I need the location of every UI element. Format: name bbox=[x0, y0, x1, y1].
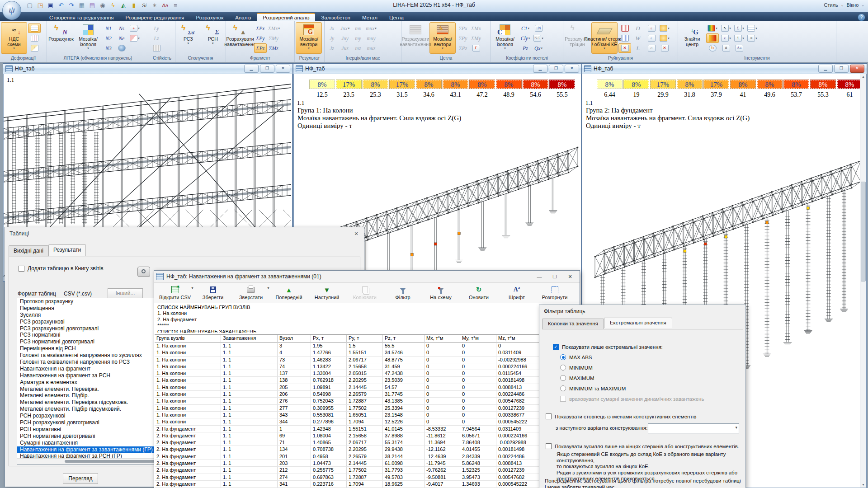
grid-icon[interactable]: ▾ bbox=[746, 23, 759, 33]
pencil-icon[interactable]: / bbox=[28, 43, 41, 53]
help-button[interactable]: ? bbox=[858, 14, 865, 21]
table-row[interactable]: 2. На фундамент1. 11340.7087382.2029529.… bbox=[155, 446, 579, 453]
variant-dropdown[interactable] bbox=[648, 423, 739, 433]
model-3d-icon[interactable]: ◭ bbox=[119, 1, 128, 10]
maximize-button[interactable]: ❐ bbox=[549, 65, 563, 73]
star2-icon[interactable]: ▾ bbox=[658, 33, 671, 43]
table-row[interactable]: 2. На фундамент1. 1711.408652.0671755.31… bbox=[155, 439, 579, 446]
ribbon-small-mz[interactable]: mz bbox=[352, 43, 364, 53]
toolbar-up-arrow-button[interactable]: ▲Попередній bbox=[270, 283, 308, 303]
ribbon-tab-6[interactable]: Залізобетон bbox=[315, 14, 356, 21]
ribbon-small-σpz[interactable]: ΣPz bbox=[254, 43, 267, 53]
minimize-button[interactable]: ▁ bbox=[533, 65, 547, 73]
table-row[interactable]: 1. На колони1. 11371.330042.0501547.2438… bbox=[155, 370, 579, 377]
window-titlebar[interactable]: НФ_таб ▁ ❐ ✕ bbox=[293, 64, 581, 74]
style-menu[interactable]: Стиль bbox=[824, 2, 838, 8]
bar-icon[interactable] bbox=[150, 43, 163, 53]
app-logo-icon[interactable]: ψ bbox=[2, 1, 21, 20]
ribbon-small-qx[interactable]: Qx▾ bbox=[532, 43, 545, 53]
column-header[interactable]: My, т*м bbox=[460, 335, 496, 343]
ksphere-icon[interactable] bbox=[115, 43, 128, 53]
scroll-down-icon[interactable]: ▼ bbox=[860, 482, 866, 488]
star-icon[interactable]: ▾ bbox=[658, 23, 671, 33]
close-button[interactable]: ✕ bbox=[276, 65, 290, 73]
window-menu[interactable]: Вікно bbox=[847, 2, 859, 8]
table-row[interactable]: 1. На колони1. 11380.7629182.2029523.503… bbox=[155, 377, 579, 384]
radio-maximum[interactable] bbox=[560, 375, 566, 381]
ribbon-button-знайти-центр[interactable]: ↓GЗнайтицентр bbox=[679, 22, 705, 54]
ruler2-icon[interactable] bbox=[618, 33, 631, 43]
ribbon-button-рсз[interactable]: ϟΣσРСЗ▾ bbox=[176, 22, 200, 54]
show-names-checkbox[interactable] bbox=[546, 413, 552, 419]
ribbon-tab-8[interactable]: Цегла bbox=[383, 14, 410, 21]
dnN-icon[interactable]: ↓N bbox=[532, 23, 545, 33]
smax-icon[interactable]: σ bbox=[645, 43, 658, 53]
table-row[interactable]: 1. На колони1. 141.477661.5515134.574600… bbox=[155, 349, 579, 356]
open-model-icon[interactable]: ◳ bbox=[36, 1, 45, 10]
ribbon-button-розрахунок[interactable]: ϟNРозрахунок bbox=[48, 22, 74, 54]
minimize-button[interactable]: ▁ bbox=[244, 65, 259, 73]
ribbon-small-muy[interactable]: muy bbox=[365, 33, 377, 43]
ribbon-button-мозаїка-вектори[interactable]: ϟМозаїка/вектори▾ bbox=[429, 22, 456, 54]
ribbon-button-розрахувати-навантаження[interactable]: Розрахуватинавантаження bbox=[402, 22, 429, 54]
scrollbar-thumb[interactable] bbox=[861, 182, 866, 282]
xbox-icon[interactable]: ✕ bbox=[618, 43, 631, 53]
redo-icon[interactable]: ↷ bbox=[67, 1, 76, 10]
ribbon-button-розрахувати-навантаження[interactable]: ϟ▲Розрахуватинавантаження bbox=[227, 22, 253, 54]
ribbon-small-σmz[interactable]: ΣMz bbox=[267, 43, 280, 53]
table-row[interactable]: 2. На фундамент1. 12031.044732.1444561.0… bbox=[155, 460, 579, 467]
toolbar-down-arrow-button[interactable]: ▼Наступний bbox=[308, 283, 346, 303]
column-header[interactable]: Px, т bbox=[311, 335, 347, 343]
ribbon-button-розрахунок-тріщин[interactable]: ϟРозрахуноктріщин bbox=[564, 22, 590, 54]
close-icon[interactable]: ✕ bbox=[351, 230, 361, 238]
ribbon-small-σpx[interactable]: ΣPx bbox=[457, 23, 469, 33]
ribbon-small-lz[interactable]: Lz bbox=[150, 33, 163, 43]
radio-minimum-maximum[interactable] bbox=[560, 385, 566, 391]
toolbar-print-button[interactable]: Зверстати▼ bbox=[232, 283, 270, 303]
cursor-icon[interactable]: ↖▾ bbox=[720, 23, 732, 33]
toolbar-open-csv-button[interactable]: Відкрити CSV▼ bbox=[156, 283, 194, 303]
new-document-icon[interactable]: ▢ bbox=[25, 1, 34, 10]
ribbon-small-jy[interactable]: Jy bbox=[326, 33, 338, 43]
eps-icon[interactable]: ε▾ bbox=[720, 33, 732, 43]
dialog-tab-2[interactable]: Результати bbox=[48, 244, 86, 256]
lred-icon[interactable]: Γ bbox=[470, 43, 482, 53]
ribbon-small-ne[interactable]: Ne bbox=[115, 33, 128, 43]
ribbon-tab-7[interactable]: Метал bbox=[356, 14, 383, 21]
column-header[interactable]: Група вузлів bbox=[155, 335, 221, 343]
ribbon-small-σmx[interactable]: ΣMx▾ bbox=[267, 23, 281, 33]
documentation-icon[interactable]: ▤ bbox=[88, 1, 97, 10]
window-titlebar[interactable]: НФ_таб ▁ ❐ ✕ bbox=[582, 64, 867, 74]
zoomreload-icon[interactable]: ↻ bbox=[706, 43, 719, 53]
toolbar-copy-button[interactable]: Копіювати bbox=[346, 283, 384, 303]
ribbon-small-juz[interactable]: Juz bbox=[339, 43, 351, 53]
close-button[interactable]: ✕ bbox=[565, 65, 579, 73]
table-row[interactable]: 2. На фундамент1. 111.423481.5515141.014… bbox=[155, 426, 579, 432]
add-to-report-checkbox[interactable] bbox=[19, 266, 24, 272]
ribbon-button-мозаїка-ізополя[interactable]: Мозаїка/ізополя▾ bbox=[75, 22, 101, 54]
close-button[interactable]: ✕ bbox=[562, 272, 578, 282]
toolbar-funnel-red-button[interactable]: На схему bbox=[422, 283, 460, 303]
frame1-icon[interactable] bbox=[28, 23, 41, 33]
table-filters-panel[interactable]: Фільтри таблиць Колонки та значенняЕкстр… bbox=[539, 305, 746, 488]
show-forces-checkbox[interactable] bbox=[546, 443, 552, 449]
toolbar-save-button[interactable]: Зберегти bbox=[194, 283, 232, 303]
hash-icon[interactable]: # bbox=[720, 43, 732, 53]
table-row[interactable]: 2. На фундамент1. 12010.49582.2657938.21… bbox=[155, 453, 579, 460]
ribbon-tab-2[interactable]: Розширене редагування bbox=[120, 14, 190, 21]
ribbon-button-ндс-схеми[interactable]: ≈↓НДСсхеми▾ bbox=[1, 22, 27, 54]
ribbon-small-σmy[interactable]: ΣMy bbox=[470, 33, 482, 43]
ribbon-small-σmy[interactable]: ΣMy bbox=[267, 33, 280, 43]
sum-icon[interactable]: Σ▾ bbox=[733, 23, 745, 33]
box123-icon[interactable]: ⒈▾ bbox=[733, 33, 745, 43]
ribbon-tab-3[interactable]: Розрахунок bbox=[190, 14, 229, 21]
ruler-icon[interactable] bbox=[618, 23, 631, 33]
table-row[interactable]: 1. На колони1. 1731.462832.0671748.87750… bbox=[155, 357, 579, 363]
ribbon-button-пластини-стержні-об-ємні-ке[interactable]: Пластини/ стержні/ об'ємні КЕ▾ bbox=[591, 22, 618, 54]
emin-icon[interactable]: ε bbox=[645, 33, 658, 43]
maximize-button[interactable]: ❐ bbox=[834, 65, 849, 73]
ribbon-small-d[interactable]: D bbox=[632, 23, 644, 33]
window-titlebar[interactable]: НФ_таб ▁ ❐ ✕ bbox=[3, 64, 292, 74]
ribbon-small-σpz[interactable]: ΣPz bbox=[457, 43, 469, 53]
ribbon-small-σpy[interactable]: ΣPy bbox=[457, 33, 469, 43]
